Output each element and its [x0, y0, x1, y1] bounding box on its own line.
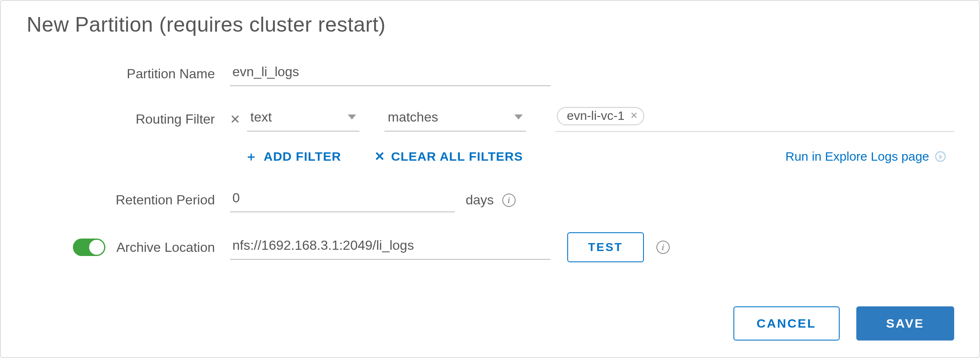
- retention-unit: days: [466, 192, 494, 208]
- row-routing-filter: Routing Filter ✕ text matches evn-li-vc-…: [26, 106, 954, 132]
- chevron-down-icon: [514, 114, 523, 119]
- toggle-knob: [89, 240, 104, 255]
- label-routing-filter: Routing Filter: [26, 112, 230, 127]
- remove-filter-icon[interactable]: ✕: [230, 112, 240, 127]
- archive-location-input[interactable]: [230, 235, 551, 260]
- filter-tag-label: evn-li-vc-1: [567, 109, 624, 123]
- arrow-circle-icon: [935, 151, 946, 162]
- add-filter-label: ADD FILTER: [264, 149, 341, 164]
- label-partition-name: Partition Name: [26, 66, 230, 82]
- routing-filter-cell: ✕ text matches: [230, 107, 526, 132]
- dialog-footer: CANCEL SAVE: [733, 306, 954, 341]
- label-archive: Archive Location: [116, 240, 215, 255]
- retention-input[interactable]: [230, 188, 455, 212]
- save-button[interactable]: SAVE: [856, 306, 954, 341]
- filter-operator-select[interactable]: matches: [384, 107, 526, 132]
- new-partition-panel: New Partition (requires cluster restart)…: [0, 0, 980, 358]
- clear-filters-button[interactable]: ✕ CLEAR ALL FILTERS: [374, 149, 523, 164]
- partition-name-input[interactable]: [230, 62, 551, 86]
- filter-operator-value: matches: [388, 109, 438, 125]
- row-retention: Retention Period days i: [26, 188, 954, 212]
- archive-toggle[interactable]: [73, 239, 105, 256]
- run-in-explore-label: Run in Explore Logs page: [785, 149, 929, 164]
- chevron-down-icon: [348, 114, 356, 119]
- filter-field-value: text: [250, 109, 272, 125]
- filter-field-select[interactable]: text: [247, 107, 359, 132]
- label-retention: Retention Period: [26, 192, 230, 208]
- remove-tag-icon[interactable]: ✕: [630, 111, 638, 120]
- cancel-button[interactable]: CANCEL: [733, 306, 840, 341]
- info-icon[interactable]: i: [502, 194, 516, 207]
- clear-filters-label: CLEAR ALL FILTERS: [391, 149, 523, 164]
- filter-actions-row: ＋ ADD FILTER ✕ CLEAR ALL FILTERS Run in …: [26, 149, 954, 164]
- filter-tag: evn-li-vc-1 ✕: [557, 107, 644, 125]
- close-icon: ✕: [374, 150, 385, 163]
- row-partition-name: Partition Name: [26, 62, 954, 86]
- add-filter-button[interactable]: ＋ ADD FILTER: [245, 149, 341, 164]
- filter-tags-input[interactable]: evn-li-vc-1 ✕: [555, 106, 954, 132]
- run-in-explore-link[interactable]: Run in Explore Logs page: [785, 149, 946, 164]
- info-icon[interactable]: i: [656, 241, 670, 254]
- test-button[interactable]: TEST: [567, 232, 644, 262]
- plus-icon: ＋: [245, 150, 258, 163]
- row-archive: Archive Location TEST i: [26, 232, 954, 262]
- panel-title: New Partition (requires cluster restart): [27, 12, 954, 37]
